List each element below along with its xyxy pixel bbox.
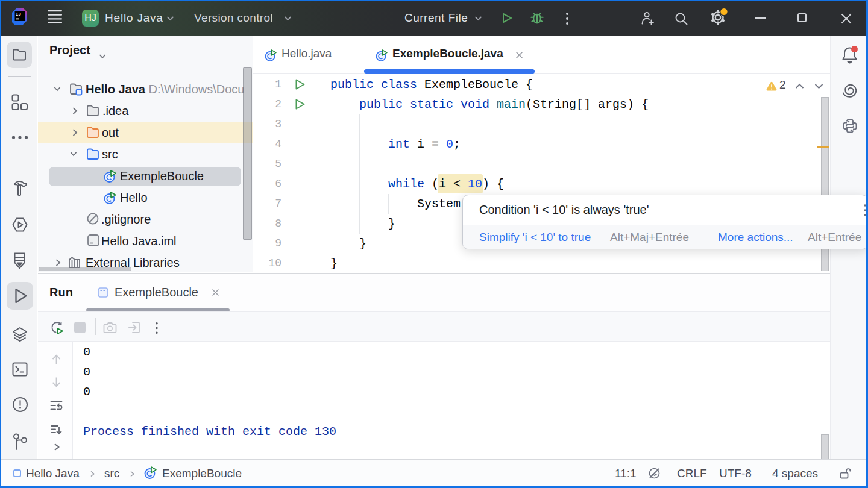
svg-text:IJ: IJ <box>16 12 21 17</box>
